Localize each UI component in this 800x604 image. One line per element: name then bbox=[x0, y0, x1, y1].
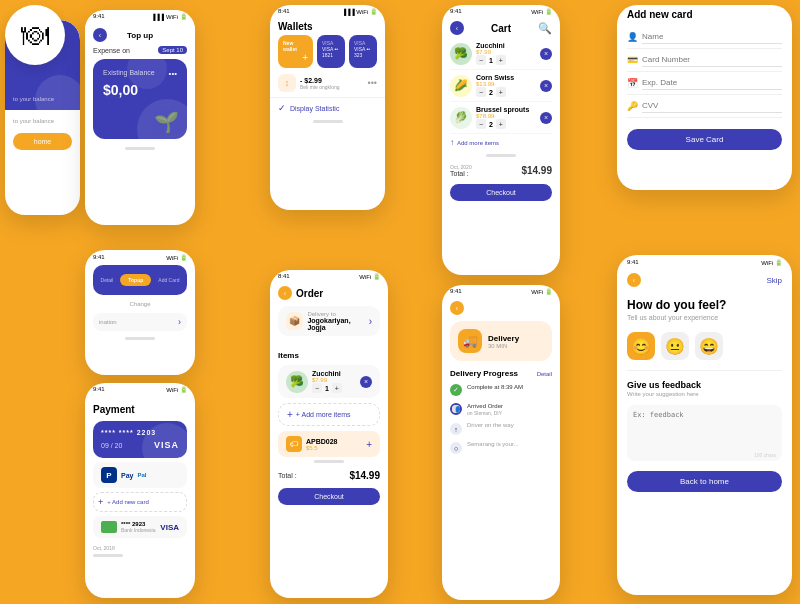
card-expdate-input[interactable] bbox=[642, 76, 782, 90]
save-card-button[interactable]: Save Card bbox=[627, 129, 782, 150]
cart-item1-remove[interactable]: × bbox=[540, 48, 552, 60]
delivery-back[interactable]: ‹ bbox=[450, 301, 464, 315]
cart-item2-name: Corn Swiss bbox=[476, 74, 536, 81]
delivery-subtitle: 30 MIN bbox=[488, 343, 519, 349]
cart-item2-plus[interactable]: + bbox=[496, 87, 506, 97]
change-label: Change bbox=[93, 301, 187, 307]
step1-label: Complete at 8:39 AM bbox=[467, 383, 523, 391]
cart-item3-minus[interactable]: − bbox=[476, 119, 486, 129]
feedback-textarea[interactable] bbox=[633, 411, 776, 451]
search-icon[interactable]: 🔍 bbox=[538, 22, 552, 35]
transaction-amount: - $2.99 bbox=[300, 77, 339, 84]
cart-item2-minus[interactable]: − bbox=[476, 87, 486, 97]
cart-item1-minus[interactable]: − bbox=[476, 55, 486, 65]
topup-tab[interactable]: Topup bbox=[120, 274, 151, 286]
addcard-tab[interactable]: Add Card bbox=[158, 277, 179, 283]
topup-time: 9:41 bbox=[93, 13, 105, 20]
cart-item2-remove[interactable]: × bbox=[540, 80, 552, 92]
cart-item1-plus[interactable]: + bbox=[496, 55, 506, 65]
phone-wallets: 8:41 ▐▐▐ WiFi 🔋 Wallets New wallet + VIS… bbox=[270, 5, 385, 210]
order-total-label: Total : bbox=[278, 472, 297, 479]
transaction-more[interactable]: ••• bbox=[368, 78, 377, 88]
phone-cart: 9:41 WiFi 🔋 ‹ Cart 🔍 🥦 Zucchini $7.99 − … bbox=[442, 5, 560, 275]
skip-btn[interactable]: Skip bbox=[766, 276, 782, 285]
expense-date: Sept 10 bbox=[158, 46, 187, 54]
delivery-addr: Jogokariyan, Jogja bbox=[307, 317, 368, 331]
transaction-desc: Beli mie ongklong bbox=[300, 84, 339, 90]
order-title: Order bbox=[296, 288, 323, 299]
voucher-add[interactable]: + bbox=[366, 439, 372, 450]
detail-tab[interactable]: Detail bbox=[101, 277, 114, 283]
cart-total-amount: $14.99 bbox=[521, 165, 552, 176]
feedback-back[interactable]: ‹ bbox=[627, 273, 641, 287]
back-button[interactable]: ‹ bbox=[93, 28, 107, 42]
order-item-minus[interactable]: − bbox=[312, 383, 322, 393]
order-add-items[interactable]: + + Add more items bbox=[278, 403, 380, 426]
emoji-neutral[interactable]: 😐 bbox=[661, 332, 689, 360]
cart-back[interactable]: ‹ bbox=[450, 21, 464, 35]
cart-title: Cart bbox=[491, 23, 511, 34]
visa2-num: VISA •• 323 bbox=[354, 46, 372, 58]
emoji-happy[interactable]: 😊 bbox=[627, 332, 655, 360]
step4-label: Semarang is your... bbox=[467, 441, 519, 447]
card1-exp: 09 / 20 bbox=[101, 442, 122, 449]
voucher-amount: $5.5 bbox=[306, 445, 338, 451]
success-to-label: to your balance bbox=[13, 118, 72, 124]
more-dots[interactable]: ••• bbox=[169, 69, 177, 78]
order-total-amount: $14.99 bbox=[349, 470, 380, 481]
order-back[interactable]: ‹ bbox=[278, 286, 292, 300]
card-name-input[interactable] bbox=[642, 30, 782, 44]
phone-feedback: 9:41 WiFi 🔋 ‹ Skip How do you feel? Tell… bbox=[617, 255, 792, 595]
cart-checkout-button[interactable]: Checkout bbox=[450, 184, 552, 201]
delivery-to[interactable]: 📦 Delivery to Jogokariyan, Jogja › bbox=[278, 306, 380, 336]
cart-total-label: Total : bbox=[450, 170, 472, 177]
add-new-card[interactable]: + + Add new card bbox=[93, 492, 187, 512]
card2-bank: Bank Indonesia bbox=[121, 527, 155, 533]
phone-payment: 9:41WiFi 🔋 Payment **** **** 2203 09 / 2… bbox=[85, 383, 195, 598]
card-expdate-row: 📅 bbox=[627, 72, 782, 95]
phone-order: 8:41 WiFi 🔋 ‹ Order 📦 Delivery to Jogoka… bbox=[270, 270, 388, 598]
cart-item3-remove[interactable]: × bbox=[540, 112, 552, 124]
order-item-qty: 1 bbox=[325, 385, 329, 392]
back-to-home-button[interactable]: Back to home bbox=[627, 471, 782, 492]
topup-header: Top up bbox=[127, 31, 153, 40]
cart-time: 9:41 bbox=[450, 8, 462, 15]
paypal-label: Pay bbox=[121, 472, 133, 479]
cart-add-more[interactable]: ↑ Add more items bbox=[442, 134, 560, 151]
cart-item2-qty: 2 bbox=[489, 89, 493, 96]
wallets-title: Wallets bbox=[278, 21, 377, 32]
balance-label: Existing Balance bbox=[103, 69, 155, 78]
phone-addcard: Add new card 👤 💳 📅 🔑 Save Card bbox=[617, 5, 792, 190]
home-button[interactable]: home bbox=[13, 133, 72, 150]
placeholder-text: ination bbox=[99, 319, 117, 325]
display-statistic[interactable]: ✓ Display Statistic bbox=[270, 98, 385, 118]
arrow-btn[interactable]: › bbox=[178, 317, 181, 327]
progress-label: Delivery Progress bbox=[450, 369, 518, 378]
char-count: 100 chars bbox=[754, 452, 776, 458]
give-feedback-title: Give us feedback bbox=[627, 380, 782, 390]
feedback-time: 9:41 bbox=[627, 259, 639, 266]
voucher-label: APBD028 bbox=[306, 438, 338, 445]
detail-link[interactable]: Detail bbox=[537, 371, 552, 377]
feedback-title: How do you feel? bbox=[627, 298, 782, 312]
order-time: 8:41 bbox=[278, 273, 290, 280]
expense-label: Expense on bbox=[93, 47, 130, 54]
visa1-num: VISA •• 1821 bbox=[322, 46, 340, 58]
order-item-remove[interactable]: × bbox=[360, 376, 372, 388]
order-item-name: Zucchini bbox=[312, 370, 356, 377]
emoji-laugh[interactable]: 😄 bbox=[695, 332, 723, 360]
new-wallet-label: New wallet bbox=[283, 40, 308, 52]
card-number-input[interactable] bbox=[642, 53, 782, 67]
order-checkout-button[interactable]: Checkout bbox=[278, 488, 380, 505]
payment-title: Payment bbox=[93, 404, 135, 415]
order-item-plus[interactable]: + bbox=[332, 383, 342, 393]
payment-date: Oct, 2018 bbox=[93, 545, 187, 551]
delivery-title: Delivery bbox=[488, 334, 519, 343]
cart-item3-plus[interactable]: + bbox=[496, 119, 506, 129]
addcard-title: Add new card bbox=[627, 9, 782, 20]
step2-label: Arrived Order bbox=[467, 402, 503, 410]
step2-sub: on Sleman, DIY bbox=[467, 410, 503, 416]
card-cvv-input[interactable] bbox=[642, 99, 782, 113]
card2-type: VISA bbox=[160, 523, 179, 532]
give-feedback-subtitle: Write your suggestion here bbox=[627, 391, 782, 397]
